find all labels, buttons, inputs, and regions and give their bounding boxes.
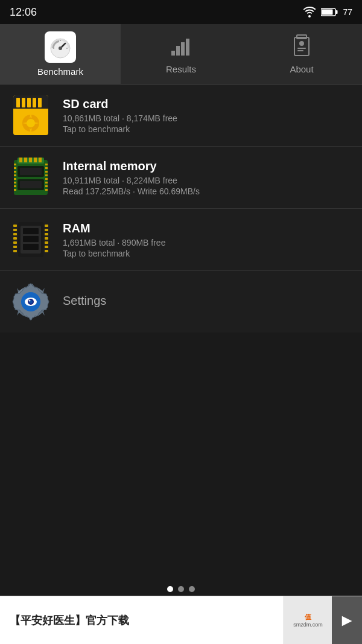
sd-card-text: SD card 10,861MB total · 8,174MB free Ta… xyxy=(63,97,352,134)
dot-1 xyxy=(167,586,173,592)
tab-about[interactable]: About xyxy=(241,24,362,84)
ram-detail: Tap to benchmark xyxy=(63,249,352,258)
status-time: 12:06 xyxy=(10,6,37,19)
svg-rect-73 xyxy=(45,250,48,252)
svg-rect-1 xyxy=(336,10,338,14)
svg-rect-55 xyxy=(45,178,48,180)
settings-title: Settings xyxy=(63,294,352,308)
ram-subtitle: 1,691MB total · 890MB free xyxy=(63,238,352,247)
ad-logo: 值 smzdm.com xyxy=(284,596,332,645)
svg-rect-70 xyxy=(45,237,48,240)
benchmark-icon xyxy=(45,31,76,63)
sd-card-detail: Tap to benchmark xyxy=(63,124,352,134)
svg-rect-51 xyxy=(45,164,48,165)
svg-rect-61 xyxy=(13,229,17,231)
ad-next-button[interactable]: ► xyxy=(332,596,362,645)
svg-rect-13 xyxy=(294,37,309,56)
svg-rect-45 xyxy=(14,171,16,173)
status-icons: 77 xyxy=(303,7,352,18)
tab-results[interactable]: Results xyxy=(121,24,241,84)
svg-rect-22 xyxy=(22,98,25,107)
svg-rect-66 xyxy=(13,250,17,252)
svg-rect-65 xyxy=(13,246,17,248)
sd-card-title: SD card xyxy=(63,97,352,111)
battery-level: 77 xyxy=(343,7,352,17)
sd-card-subtitle: 10,861MB total · 8,174MB free xyxy=(63,113,352,123)
svg-point-85 xyxy=(29,300,31,302)
internal-memory-text: Internal memory 10,911MB total · 8,224MB… xyxy=(63,159,352,196)
svg-rect-24 xyxy=(33,98,36,107)
tab-benchmark[interactable]: Benchmark xyxy=(0,24,121,84)
internal-memory-subtitle: 10,911MB total · 8,224MB free xyxy=(63,176,352,185)
svg-rect-2 xyxy=(322,10,333,15)
svg-rect-42 xyxy=(20,181,42,188)
internal-memory-icon xyxy=(10,156,52,199)
svg-rect-11 xyxy=(181,42,185,56)
svg-rect-71 xyxy=(45,241,48,244)
svg-rect-64 xyxy=(13,241,17,244)
svg-point-31 xyxy=(27,119,35,127)
ram-item[interactable]: RAM 1,691MB total · 890MB free Tap to be… xyxy=(0,209,362,271)
svg-rect-43 xyxy=(14,164,16,165)
svg-rect-67 xyxy=(45,225,48,227)
ram-title: RAM xyxy=(63,222,352,235)
svg-rect-16 xyxy=(297,48,306,49)
tab-about-label: About xyxy=(290,64,313,74)
svg-rect-46 xyxy=(14,174,16,176)
list-container: SD card 10,861MB total · 8,174MB free Ta… xyxy=(0,84,362,333)
svg-rect-25 xyxy=(38,98,42,107)
tab-bar: Benchmark Results About xyxy=(0,24,362,84)
tab-results-label: Results xyxy=(166,64,196,74)
svg-rect-10 xyxy=(176,46,180,56)
svg-rect-48 xyxy=(14,182,16,183)
svg-rect-57 xyxy=(45,185,48,187)
svg-rect-60 xyxy=(13,225,17,227)
svg-rect-63 xyxy=(13,237,17,240)
settings-icon xyxy=(10,281,52,323)
svg-rect-12 xyxy=(186,39,189,56)
svg-rect-23 xyxy=(27,98,31,107)
svg-rect-37 xyxy=(34,158,37,162)
status-bar: 12:06 77 xyxy=(0,0,362,24)
svg-point-15 xyxy=(299,41,304,46)
svg-rect-53 xyxy=(45,171,48,173)
ram-icon xyxy=(10,218,52,261)
svg-rect-56 xyxy=(45,182,48,183)
svg-rect-75 xyxy=(23,228,39,234)
svg-rect-34 xyxy=(19,158,22,162)
settings-item[interactable]: Settings xyxy=(0,271,362,333)
svg-rect-77 xyxy=(23,244,39,250)
svg-rect-68 xyxy=(45,229,48,231)
svg-rect-41 xyxy=(20,168,42,175)
internal-memory-item[interactable]: Internal memory 10,911MB total · 8,224MB… xyxy=(0,147,362,209)
svg-rect-54 xyxy=(45,174,48,176)
svg-rect-69 xyxy=(45,233,48,235)
results-icon xyxy=(169,34,193,60)
svg-rect-38 xyxy=(39,158,42,162)
sd-card-icon xyxy=(10,94,52,136)
ram-text: RAM 1,691MB total · 890MB free Tap to be… xyxy=(63,222,352,258)
svg-rect-76 xyxy=(23,236,39,242)
svg-rect-9 xyxy=(171,51,175,56)
about-icon xyxy=(290,34,314,60)
svg-rect-21 xyxy=(16,98,20,107)
svg-rect-35 xyxy=(24,158,27,162)
wifi-icon xyxy=(303,7,316,18)
tab-benchmark-label: Benchmark xyxy=(37,66,83,77)
internal-memory-title: Internal memory xyxy=(63,159,352,173)
svg-rect-72 xyxy=(45,246,48,248)
svg-rect-52 xyxy=(45,167,48,169)
ad-text: 【平安好医生】官方下载 xyxy=(0,613,284,628)
page-dots xyxy=(167,586,195,592)
ad-banner[interactable]: 【平安好医生】官方下载 值 smzdm.com ► xyxy=(0,596,362,644)
svg-rect-58 xyxy=(45,189,48,191)
svg-rect-17 xyxy=(297,50,303,51)
svg-rect-62 xyxy=(13,233,17,235)
dot-3 xyxy=(189,586,195,592)
svg-rect-44 xyxy=(14,167,16,169)
settings-text: Settings xyxy=(63,294,352,310)
internal-memory-detail: Read 137.25MB/s · Write 60.69MB/s xyxy=(63,187,352,196)
sd-card-item[interactable]: SD card 10,861MB total · 8,174MB free Ta… xyxy=(0,84,362,147)
svg-rect-36 xyxy=(29,158,32,162)
dot-2 xyxy=(178,586,184,592)
